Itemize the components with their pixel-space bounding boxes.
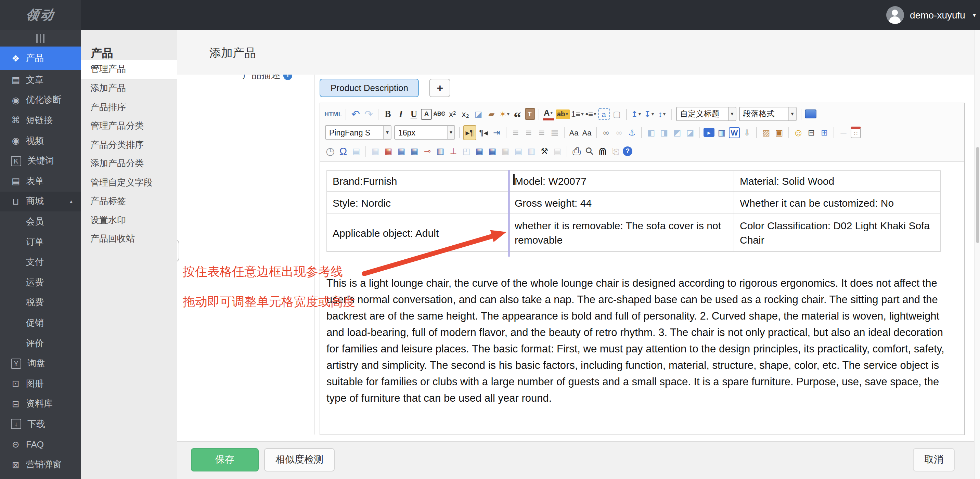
sidebar-item-inquiries[interactable]: ¥询盘	[0, 353, 81, 374]
table-cell[interactable]: Gross weight: 44	[509, 191, 734, 214]
layout-columns-icon[interactable]: ⊞	[818, 126, 830, 139]
auto-typeset-icon[interactable]: ✶▾	[498, 107, 510, 121]
chevron-down-icon[interactable]: ▾	[728, 107, 735, 121]
paste-as-text-icon[interactable]: T	[525, 108, 535, 120]
table-cell[interactable]: Style: Nordic	[327, 191, 509, 214]
secondary-item-add-category[interactable]: 添加产品分类	[81, 154, 177, 173]
to-lowercase-icon[interactable]: Aa	[581, 126, 593, 139]
chevron-down-icon[interactable]: ▾	[550, 110, 553, 116]
delete-table-icon[interactable]: ▦	[383, 144, 394, 158]
screenshot-icon[interactable]: ▣	[773, 126, 785, 139]
table-cell[interactable]: whether it is removable: The sofa cover …	[509, 214, 734, 251]
highlight-row-icon[interactable]: ▤	[512, 144, 524, 158]
word-import-icon[interactable]: W	[729, 127, 740, 138]
sidebar-item-downloads[interactable]: ↓下载	[0, 414, 81, 434]
editor-content[interactable]: Brand:FurnishModel: W20077Material: Soli…	[320, 162, 964, 429]
chevron-down-icon[interactable]: ▾	[638, 111, 641, 117]
new-page-icon[interactable]: ▢	[611, 107, 623, 121]
secondary-item-manage-custom-fields[interactable]: 管理自定义字段	[81, 173, 177, 192]
delete-column-icon[interactable]: ⊥	[447, 144, 459, 158]
image-center-icon[interactable]: ◪	[684, 126, 696, 139]
font-size-select[interactable]: 16px▾	[394, 125, 455, 140]
align-left-icon[interactable]: ≡	[510, 126, 522, 139]
insert-date-icon[interactable]: ∷	[851, 127, 861, 138]
cancel-button[interactable]: 取消	[913, 448, 955, 471]
avatar[interactable]	[886, 6, 904, 24]
underline-icon[interactable]: U	[408, 107, 420, 121]
sidebar-item-products[interactable]: ❖产品	[0, 46, 81, 70]
subscript-icon[interactable]: x₂	[460, 107, 471, 121]
clear-table-format-icon[interactable]: ⚒	[539, 144, 550, 158]
link-icon[interactable]: ∞	[600, 126, 612, 139]
indent-icon[interactable]: ⇥	[491, 126, 502, 139]
blockquote-icon[interactable]: “	[512, 103, 523, 124]
secondary-item-category-sort[interactable]: 产品分类排序	[81, 135, 177, 154]
chevron-down-icon[interactable]: ▾	[594, 111, 596, 117]
sidebar-item-payments[interactable]: 支付	[0, 252, 81, 272]
split-to-rows-icon[interactable]: ▦	[474, 144, 485, 158]
merge-cells-icon[interactable]: ◰	[461, 144, 472, 158]
sidebar-item-library[interactable]: ⊟资料库	[0, 394, 81, 414]
delete-row-icon[interactable]: ⊸	[422, 144, 433, 158]
chevron-down-icon[interactable]: ▾	[581, 111, 584, 117]
sidebar-item-members[interactable]: 会员	[0, 212, 81, 232]
sidebar-item-shipping-fees[interactable]: 运费	[0, 272, 81, 293]
user-menu[interactable]: demo-xuyufu ▾	[886, 0, 976, 30]
sidebar-item-forms[interactable]: ▤表单	[0, 171, 81, 191]
preview-monitor-icon[interactable]	[805, 110, 816, 118]
chevron-down-icon[interactable]: ▾	[507, 111, 509, 117]
undo-icon[interactable]: ↶	[350, 107, 361, 121]
chevron-down-icon[interactable]: ▾	[383, 126, 391, 139]
chevron-up-icon[interactable]: ▴	[70, 199, 73, 205]
description-paragraph[interactable]: This is a light lounge chair, the curve …	[326, 275, 958, 406]
chevron-down-icon[interactable]: ▾	[973, 12, 976, 19]
chevron-down-icon[interactable]: ▾	[652, 111, 654, 117]
sidebar-item-taxes[interactable]: 税费	[0, 293, 81, 313]
source-html-icon[interactable]: HTML	[325, 107, 342, 121]
anchor-icon[interactable]: ⚓	[626, 126, 638, 139]
tab-product-description[interactable]: Product Description	[320, 79, 419, 97]
chevron-down-icon[interactable]: ▾	[566, 111, 568, 117]
ltr-paragraph-icon[interactable]: ▸¶	[463, 125, 476, 140]
split-to-cols-icon[interactable]: ▦	[487, 144, 498, 158]
line-height-icon[interactable]: ↕▾	[656, 107, 668, 121]
italic-icon[interactable]: I	[395, 107, 407, 121]
insert-row-icon[interactable]: ▦	[409, 144, 420, 158]
chevron-down-icon[interactable]: ▾	[663, 111, 665, 117]
para-space-after-icon[interactable]: ↧▾	[643, 107, 655, 121]
insert-time-icon[interactable]: ◷	[325, 144, 336, 158]
insert-column-icon[interactable]: ▥	[434, 144, 446, 158]
superscript-icon[interactable]: x²	[447, 107, 458, 121]
help-icon[interactable]: ?	[623, 146, 632, 156]
to-uppercase-icon[interactable]: Aa	[568, 126, 580, 139]
secondary-item-manage-categories[interactable]: 管理产品分类	[81, 117, 177, 135]
redo-icon[interactable]: ↷	[363, 107, 374, 121]
insert-video-icon[interactable]: ▸	[703, 128, 714, 137]
table-cell[interactable]: Brand:Furnish	[327, 171, 509, 191]
strikethrough-icon[interactable]: ABC	[433, 107, 445, 121]
sidebar-item-reviews[interactable]: 评价	[0, 333, 81, 353]
sidebar-item-promotions[interactable]: 促销	[0, 313, 81, 333]
sidebar-item-short-links[interactable]: ⌘短链接	[0, 110, 81, 130]
secondary-item-add-product[interactable]: 添加产品	[81, 79, 177, 98]
info-icon[interactable]: i	[283, 75, 292, 80]
ordered-list-icon[interactable]: 1≡▾	[571, 107, 584, 121]
sidebar-item-articles[interactable]: ▤文章	[0, 70, 81, 90]
paste-icon[interactable]: ⎘	[610, 144, 621, 158]
paragraph-format-select[interactable]: 段落格式▾	[739, 107, 797, 121]
attachment-upload-icon[interactable]: ⇩	[741, 126, 753, 139]
unmerge-cells-icon[interactable]: ▦	[500, 144, 511, 158]
scrollbar-thumb[interactable]	[975, 147, 979, 243]
custom-title-select[interactable]: 自定义标题▾	[676, 107, 737, 121]
page-scrollbar[interactable]	[974, 30, 980, 479]
sidebar-item-orders[interactable]: 订单	[0, 232, 81, 252]
image-inline-icon[interactable]: ◨	[659, 126, 670, 139]
secondary-item-product-sort[interactable]: 产品排序	[81, 98, 177, 117]
print-icon[interactable]: ⎙	[571, 144, 582, 158]
highlight-col-icon[interactable]: ▥	[526, 144, 537, 158]
insert-table-icon[interactable]: ▦	[369, 144, 381, 158]
rtl-paragraph-icon[interactable]: ¶◂	[478, 126, 489, 139]
font-family-select[interactable]: PingFang S▾	[325, 125, 391, 140]
secondary-item-watermark[interactable]: 设置水印	[81, 211, 177, 229]
similarity-check-button[interactable]: 相似度检测	[264, 448, 335, 471]
